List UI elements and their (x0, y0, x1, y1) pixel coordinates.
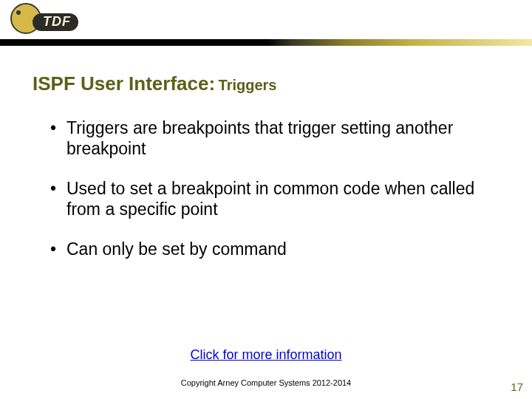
more-info-link[interactable]: Click for more information (0, 347, 532, 363)
bullet-item: Triggers are breakpoints that trigger se… (50, 117, 499, 159)
title-main: ISPF User Interface: (33, 72, 215, 95)
slide-content: ISPF User Interface: Triggers Triggers a… (33, 72, 499, 279)
slide-title: ISPF User Interface: Triggers (33, 72, 499, 95)
tdf-logo: TDF (10, 3, 62, 38)
title-sub: Triggers (219, 77, 277, 93)
bullet-item: Can only be set by command (50, 239, 499, 259)
page-number: 17 (511, 381, 523, 393)
bullet-item: Used to set a breakpoint in common code … (50, 178, 499, 219)
bullet-list: Triggers are breakpoints that trigger se… (50, 117, 499, 259)
header-divider-bar (0, 39, 532, 46)
logo-text: TDF (33, 13, 78, 31)
slide-header: TDF (0, 0, 532, 41)
copyright-text: Copyright Arney Computer Systems 2012-20… (0, 378, 532, 387)
